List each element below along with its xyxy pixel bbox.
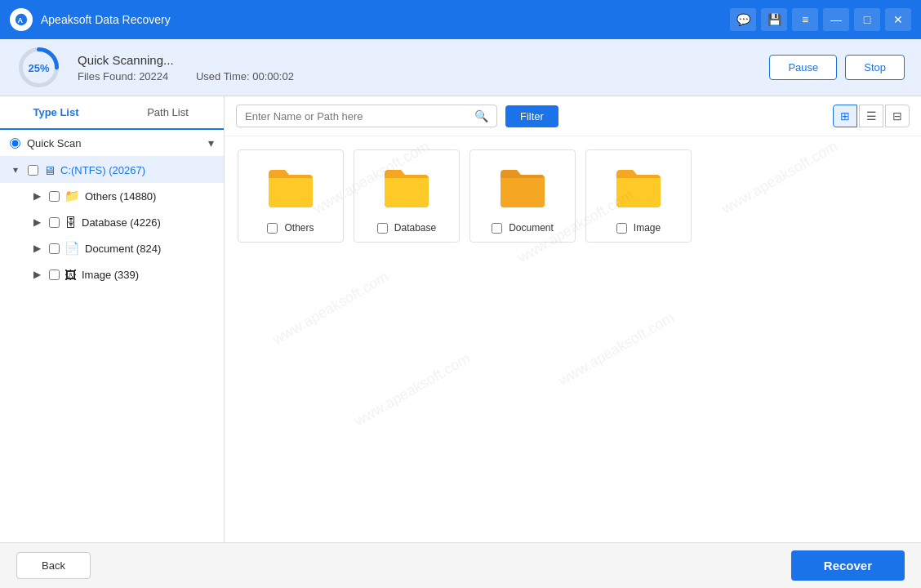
image-card-checkbox[interactable] [616,223,627,234]
image-icon: 🖼 [65,268,77,282]
used-time: Used Time: 00:00:02 [196,70,294,82]
database-label: Database (4226) [82,216,216,229]
file-area: 🔍 Filter ⊞ ☰ ⊟ www.apeaksoft.com www.ape… [225,96,921,542]
image-checkbox[interactable] [49,270,60,280]
image-expand-icon[interactable]: ▶ [29,267,44,282]
pause-button[interactable]: Pause [769,55,837,80]
maximize-button[interactable]: □ [854,8,880,31]
files-found: Files Found: 20224 [78,70,168,82]
tab-path-list[interactable]: Path List [112,96,224,128]
document-label: Document (824) [85,243,216,255]
document-checkbox[interactable] [49,243,60,254]
file-grid: www.apeaksoft.com www.apeaksoft.com www.… [225,136,921,542]
close-button[interactable]: ✕ [885,8,911,31]
save-button[interactable]: 💾 [761,8,787,31]
main-content: Type List Path List Quick Scan ▾ ▾ 🖥 C:(… [0,96,921,542]
view-buttons: ⊞ ☰ ⊟ [833,105,910,127]
quick-scan-radio[interactable] [10,138,20,149]
database-icon: 🗄 [65,216,77,229]
document-card-icon [498,163,547,212]
file-card-image[interactable]: Image [585,149,692,243]
scan-stats: Files Found: 20224 Used Time: 00:00:02 [78,70,769,82]
drive-expand-icon[interactable]: ▾ [8,163,23,177]
image-card-name: Image [634,222,661,234]
others-expand-icon[interactable]: ▶ [29,189,44,203]
search-box[interactable]: 🔍 [236,105,497,127]
database-card-name: Database [394,222,436,234]
document-expand-icon[interactable]: ▶ [29,241,44,256]
sidebar-item-document[interactable]: ▶ 📄 Document (824) [0,235,224,261]
scan-mode-label: Quick Scan [27,137,208,149]
window-controls: 💬 💾 ≡ — □ ✕ [730,8,911,31]
document-card-footer: Document [478,222,567,234]
file-card-others[interactable]: Others [238,149,344,243]
stop-button[interactable]: Stop [845,55,905,80]
tab-header: Type List Path List [0,96,224,130]
sidebar-item-others[interactable]: ▶ 📁 Others (14880) [0,183,224,209]
bottom-bar: Back Recover [0,542,921,588]
document-icon: 📄 [65,241,80,256]
back-button[interactable]: Back [16,552,91,579]
others-checkbox[interactable] [49,191,60,202]
document-card-name: Document [509,222,554,234]
database-card-icon [382,163,431,212]
image-label: Image (339) [82,269,216,281]
drive-item[interactable]: ▾ 🖥 C:(NTFS) (20267) [0,157,224,183]
search-input[interactable] [245,110,474,122]
image-card-icon [614,163,663,212]
others-card-checkbox[interactable] [267,223,278,234]
tab-type-list[interactable]: Type List [0,96,112,130]
image-card-footer: Image [594,222,683,234]
detail-view-button[interactable]: ⊟ [885,105,910,127]
drive-label: C:(NTFS) (20267) [60,164,216,176]
database-expand-icon[interactable]: ▶ [29,215,44,229]
database-card-checkbox[interactable] [377,223,388,234]
progress-buttons: Pause Stop [769,55,905,80]
database-card-footer: Database [363,222,451,234]
filter-button[interactable]: Filter [505,105,558,127]
scan-status: Quick Scanning... [78,53,769,67]
grid-view-button[interactable]: ⊞ [833,105,857,127]
progress-area: 25% Quick Scanning... Files Found: 20224… [0,39,921,96]
file-card-database[interactable]: Database [354,149,460,243]
menu-button[interactable]: ≡ [792,8,818,31]
chat-button[interactable]: 💬 [730,8,756,31]
drive-checkbox[interactable] [28,165,38,176]
sidebar-item-database[interactable]: ▶ 🗄 Database (4226) [0,209,224,235]
file-toolbar: 🔍 Filter ⊞ ☰ ⊟ [225,96,921,136]
svg-text:A: A [18,16,24,24]
search-icon-button[interactable]: 🔍 [474,109,488,122]
sidebar: Type List Path List Quick Scan ▾ ▾ 🖥 C:(… [0,96,225,542]
app-logo: A [10,8,33,31]
others-label: Others (14880) [85,190,216,203]
list-view-button[interactable]: ☰ [859,105,883,127]
minimize-button[interactable]: — [823,8,849,31]
others-card-footer: Others [247,222,335,234]
database-checkbox[interactable] [49,217,60,228]
scan-mode-chevron[interactable]: ▾ [208,136,214,149]
drive-icon: 🖥 [43,163,56,177]
progress-percent: 25% [28,61,49,74]
scan-mode-row: Quick Scan ▾ [0,130,224,157]
scan-info: Quick Scanning... Files Found: 20224 Use… [78,53,769,82]
document-card-checkbox[interactable] [492,223,502,234]
app-title: Apeaksoft Data Recovery [41,13,730,26]
recover-button[interactable]: Recover [791,550,905,581]
others-card-icon [266,163,315,212]
others-folder-icon: 📁 [65,189,80,203]
others-card-name: Others [284,222,314,234]
file-card-document[interactable]: Document [469,149,576,243]
title-bar: A Apeaksoft Data Recovery 💬 💾 ≡ — □ ✕ [0,0,921,39]
sidebar-item-image[interactable]: ▶ 🖼 Image (339) [0,261,224,287]
file-area-wrapper: 🔍 Filter ⊞ ☰ ⊟ www.apeaksoft.com www.ape… [225,96,921,542]
progress-circle: 25% [16,45,61,90]
